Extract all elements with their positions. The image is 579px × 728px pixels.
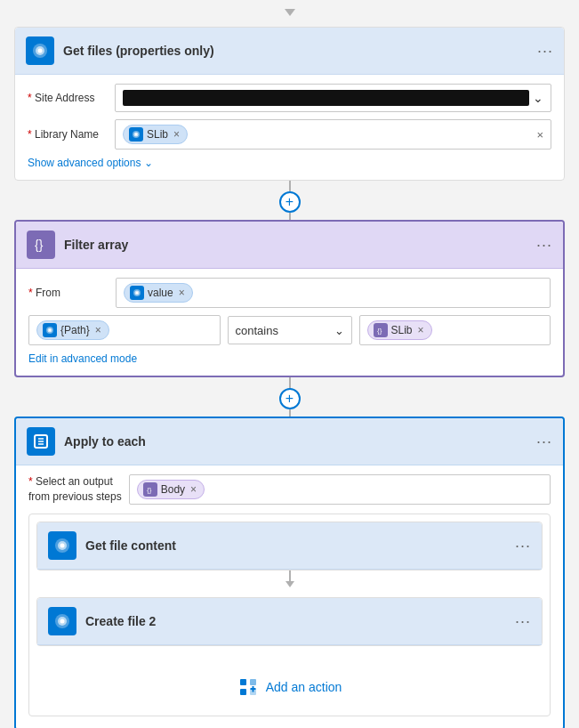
path-label: {Path} xyxy=(60,324,90,336)
top-arrow xyxy=(285,9,295,27)
filter-array-card: {} Filter array ··· * From xyxy=(14,220,565,377)
add-step-btn-2[interactable]: + xyxy=(279,388,301,409)
get-files-body: * Site Address ⌄ * Library Name xyxy=(15,75,564,180)
site-address-row: * Site Address ⌄ xyxy=(28,84,551,112)
path-close[interactable]: × xyxy=(95,324,101,336)
value-label: value xyxy=(148,287,173,299)
value-icon-svg xyxy=(133,288,141,297)
add-action-svg xyxy=(237,676,259,698)
inner-arrow xyxy=(285,581,294,587)
sharepoint-icon xyxy=(26,36,54,65)
connector-1: + xyxy=(279,181,301,220)
sharepoint-svg xyxy=(31,42,49,60)
inner-connector xyxy=(36,570,543,597)
create-file-icon xyxy=(48,607,76,635)
svg-text:{}: {} xyxy=(147,486,152,494)
get-files-title: Get files (properties only) xyxy=(63,44,528,58)
slib2-close[interactable]: × xyxy=(418,324,424,336)
operator-arrow: ⌄ xyxy=(334,324,344,337)
redacted-url xyxy=(123,90,529,106)
site-address-input[interactable]: ⌄ xyxy=(115,84,551,112)
slib2-chip-icon: {} xyxy=(374,323,388,337)
svg-point-24 xyxy=(60,619,65,624)
slib2-label: SLib xyxy=(391,324,413,336)
value-token: value × xyxy=(124,283,193,303)
operator-select[interactable]: contains ⌄ xyxy=(228,316,352,344)
filter-svg: {} xyxy=(32,236,50,254)
filter-icon: {} xyxy=(27,231,55,259)
get-file-content-title: Get file content xyxy=(85,538,506,553)
svg-rect-26 xyxy=(240,689,246,695)
apply-header: Apply to each ··· xyxy=(16,418,563,465)
show-advanced-label: Show advanced options xyxy=(28,157,141,169)
get-file-content-header: Get file content ··· xyxy=(37,522,542,570)
create-file-2-card: Create file 2 ··· xyxy=(36,597,543,646)
filter-title: Filter array xyxy=(64,238,527,252)
apply-to-each-card: Apply to each ··· * Select an output fro… xyxy=(14,417,565,728)
filter-condition-row: {Path} × contains ⌄ {} xyxy=(28,315,551,345)
create-file-svg xyxy=(53,612,71,630)
body-label: Body xyxy=(161,483,185,496)
site-address-dropdown[interactable]: ⌄ xyxy=(533,91,543,105)
filter-header: {} Filter array ··· xyxy=(16,222,563,269)
body-close[interactable]: × xyxy=(190,483,197,496)
select-output-row: * Select an output from previous steps {… xyxy=(28,474,551,505)
create-file-2-header: Create file 2 ··· xyxy=(37,598,542,645)
svg-point-21 xyxy=(60,544,65,548)
inner-cards-container: Get file content ··· xyxy=(28,514,551,716)
create-file-2-menu[interactable]: ··· xyxy=(515,612,531,631)
slib2-token: {} SLib × xyxy=(367,320,432,340)
condition-left-input[interactable]: {Path} × xyxy=(28,315,221,345)
flow-canvas: Get files (properties only) ··· * Site A… xyxy=(0,0,579,728)
value-chip-icon xyxy=(130,286,144,300)
slib-token: SLib × xyxy=(123,125,188,144)
filter-from-label: * From xyxy=(28,287,109,299)
svg-point-9 xyxy=(136,292,138,294)
inner-line xyxy=(289,570,291,581)
svg-point-12 xyxy=(49,329,51,331)
get-files-header: Get files (properties only) ··· xyxy=(15,28,564,75)
value-close[interactable]: × xyxy=(179,287,185,299)
loop-svg xyxy=(32,433,50,450)
add-action-button[interactable]: Add an action xyxy=(227,669,353,705)
connector-line-bottom xyxy=(289,213,291,220)
get-files-menu[interactable]: ··· xyxy=(537,42,553,61)
add-action-container: Add an action xyxy=(36,660,543,705)
slib-chip-icon xyxy=(129,127,143,142)
loop-icon xyxy=(27,427,55,456)
slib-close[interactable]: × xyxy=(173,128,180,141)
svg-text:{}: {} xyxy=(35,238,44,252)
get-file-content-menu[interactable]: ··· xyxy=(515,537,531,555)
svg-rect-27 xyxy=(250,679,256,685)
svg-text:{}: {} xyxy=(377,327,382,335)
filter-from-input[interactable]: value × xyxy=(116,278,551,308)
library-name-input[interactable]: SLib × × xyxy=(115,119,551,150)
edit-advanced-link[interactable]: Edit in advanced mode xyxy=(28,352,137,365)
required-star: * xyxy=(28,92,32,104)
get-file-content-card: Get file content ··· xyxy=(36,522,543,570)
apply-title: Apply to each xyxy=(64,434,527,449)
svg-rect-25 xyxy=(240,679,246,685)
body-icon-svg: {} xyxy=(146,485,155,494)
show-advanced-btn[interactable]: Show advanced options ⌄ xyxy=(28,157,551,169)
library-clear[interactable]: × xyxy=(536,128,543,142)
svg-point-5 xyxy=(135,133,137,135)
connector2-line-top xyxy=(289,377,291,388)
add-step-btn-1[interactable]: + xyxy=(279,191,301,213)
library-name-label: * Library Name xyxy=(28,128,108,141)
apply-menu[interactable]: ··· xyxy=(536,433,552,451)
add-action-label: Add an action xyxy=(266,680,342,694)
create-file-2-title: Create file 2 xyxy=(85,614,506,628)
library-name-row: * Library Name SLib × xyxy=(28,119,551,150)
slib-label: SLib xyxy=(147,128,168,141)
select-output-label: * Select an output from previous steps xyxy=(28,474,122,505)
select-output-input[interactable]: {} Body × xyxy=(129,474,551,505)
connector2-line-bottom xyxy=(289,409,291,417)
path-chip-icon xyxy=(43,323,57,337)
path-icon-svg xyxy=(45,326,54,335)
arrow-indicator xyxy=(285,9,295,16)
filter-menu[interactable]: ··· xyxy=(536,236,552,255)
filter-body: * From value × xyxy=(16,269,563,376)
condition-right-input[interactable]: {} SLib × xyxy=(359,315,551,345)
apply-body: * Select an output from previous steps {… xyxy=(16,465,563,728)
